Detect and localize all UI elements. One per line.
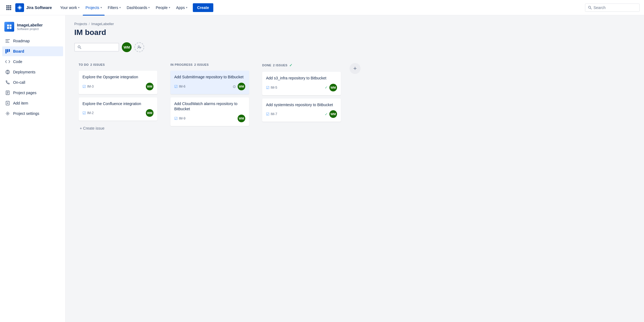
board-icon [5,49,10,54]
nav-filters[interactable]: Filters ▾ [105,3,123,12]
user-avatar[interactable]: WM [122,42,132,52]
card-avatar: WM [329,84,337,91]
sidebar-item-label: Code [13,59,22,64]
sidebar-project: ImageLabeller Software project [0,20,65,36]
breadcrumb-separator: / [89,22,90,26]
column-header-todo: TO DO 2 ISSUES [79,63,157,67]
chevron-down-icon: ▾ [148,6,150,9]
svg-rect-21 [9,49,10,52]
create-button[interactable]: Create [193,3,214,12]
issue-icon: ☑ [266,112,270,116]
nav-projects[interactable]: Projects ▾ [83,3,105,12]
breadcrumb-current: ImageLabeller [91,22,114,26]
nav-people[interactable]: People ▾ [153,3,173,12]
code-icon [5,59,10,64]
chevron-down-icon: ▾ [101,6,102,9]
card-footer: ☑ IM-2 WM [82,109,153,117]
card-footer: ☑ IM-3 WM [82,83,153,90]
sidebar-item-label: Add item [13,101,28,105]
sidebar-item-roadmap[interactable]: Roadmap [2,36,63,46]
logo-text: Jira Software [26,5,52,10]
breadcrumb: Projects / ImageLabeller [74,22,635,26]
column-count-done: 2 ISSUES [273,64,288,67]
sidebar-item-label: Deployments [13,70,36,74]
issue-icon: ☑ [174,116,178,121]
grid-icon[interactable] [4,3,13,12]
topnav-right: Search [585,4,640,12]
card-title: Add systemtests repository to Bitbucket [266,102,337,108]
svg-point-33 [138,46,140,47]
svg-rect-14 [7,27,9,29]
project-name: ImageLabeller [17,23,43,27]
svg-rect-19 [5,49,7,53]
search-box[interactable]: Search [585,4,640,12]
svg-point-31 [78,46,80,48]
card-issue-id: ☑ IM-3 [82,84,94,89]
sidebar-item-board[interactable]: Board [2,46,63,56]
sidebar-item-code[interactable]: Code [2,57,63,67]
card-issue-id: ☑ IM-9 [174,116,185,121]
svg-rect-18 [5,42,9,43]
create-issue-button[interactable]: + Create issue [79,124,157,133]
card-avatar: WM [238,115,245,122]
issue-icon: ☑ [174,84,178,89]
card-title: Explore the Opsgenie integration [82,74,153,80]
sidebar-item-project-settings[interactable]: Project settings [2,109,63,118]
card-issue-id: ☑ IM-5 [266,85,277,90]
oncall-icon [5,80,10,85]
board-search[interactable] [74,43,119,52]
search-placeholder: Search [593,5,605,10]
card-title: Add CloudWatch alarms repository to Bitb… [174,101,245,112]
logo[interactable]: Jira Software [15,3,52,12]
svg-point-22 [6,70,10,74]
sidebar-item-oncall[interactable]: On-call [2,77,63,87]
card-im5[interactable]: Add s3_infra repository to Bitbucket ☑ I… [262,72,341,95]
svg-rect-8 [10,9,11,10]
nav-your-work[interactable]: Your work ▾ [57,3,82,12]
card-im7[interactable]: Add systemtests repository to Bitbucket … [262,99,341,122]
column-header-done: DONE 2 ISSUES ✓ [262,63,341,68]
chevron-down-icon: ▾ [78,6,79,9]
chevron-down-icon: ▾ [186,6,187,9]
column-todo: TO DO 2 ISSUES Explore the Opsgenie inte… [74,59,162,137]
board-search-input[interactable] [83,45,116,49]
svg-rect-5 [10,7,11,8]
sidebar-item-label: On-call [13,80,25,85]
topnav: Jira Software Your work ▾ Projects ▾ Fil… [0,0,644,15]
chevron-down-icon: ▾ [119,6,121,9]
sidebar-item-add-item[interactable]: Add item [2,98,63,108]
add-member-button[interactable] [134,42,144,52]
svg-rect-2 [10,5,11,7]
issue-icon: ☑ [82,111,86,115]
nav-apps[interactable]: Apps ▾ [173,3,190,12]
column-count-inprogress: 2 ISSUES [194,63,209,66]
column-header-inprogress: IN PROGRESS 2 ISSUES [170,63,249,67]
board: TO DO 2 ISSUES Explore the Opsgenie inte… [74,59,635,137]
project-avatar [4,22,14,32]
breadcrumb-projects[interactable]: Projects [74,22,87,26]
nav-dashboards[interactable]: Dashboards ▾ [124,3,153,12]
column-done: DONE 2 ISSUES ✓ Add s3_infra repository … [258,59,345,126]
svg-rect-3 [6,7,8,8]
card-avatar: WM [238,83,245,90]
card-issue-id: ☑ IM-6 [174,84,185,89]
add-column-button[interactable]: + [350,63,361,74]
sidebar-item-deployments[interactable]: Deployments [2,67,63,77]
svg-rect-20 [7,49,8,52]
svg-point-30 [7,113,8,114]
card-im9[interactable]: Add CloudWatch alarms repository to Bitb… [170,97,249,126]
column-title-inprogress: IN PROGRESS [170,63,193,66]
card-avatar: WM [329,110,337,118]
card-im3[interactable]: Explore the Opsgenie integration ☑ IM-3 … [79,71,157,94]
roadmap-icon [5,38,10,44]
sidebar-item-label: Board [13,49,24,53]
sidebar-project-info: ImageLabeller Software project [17,23,43,31]
svg-rect-4 [8,7,10,8]
card-footer: ☑ IM-9 WM [174,115,245,122]
card-title: Explore the Confluence integration [82,101,153,107]
card-im2[interactable]: Explore the Confluence integration ☑ IM-… [79,97,157,121]
sidebar-item-project-pages[interactable]: Project pages [2,88,63,98]
svg-point-10 [589,6,591,8]
settings-icon [5,111,10,116]
card-im6[interactable]: Add SubmitImage repository to Bitbucket … [170,71,249,94]
